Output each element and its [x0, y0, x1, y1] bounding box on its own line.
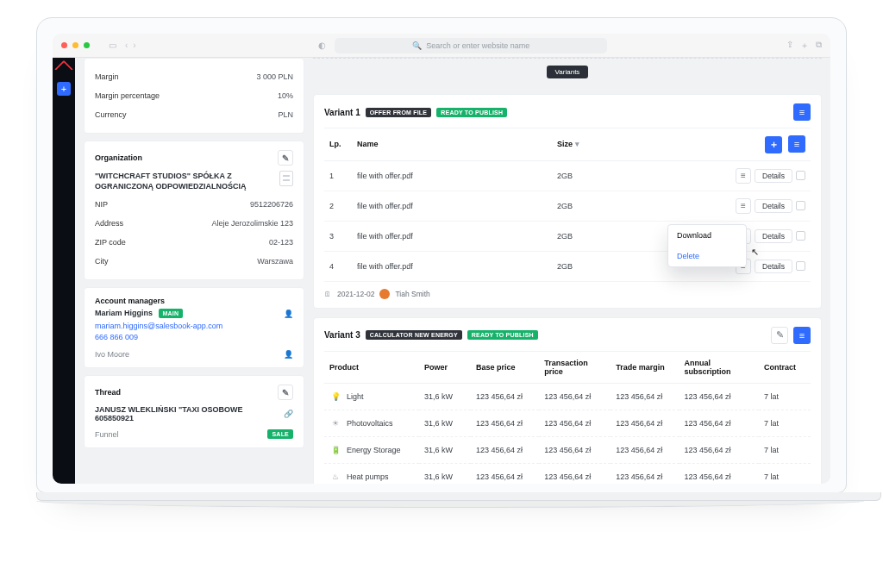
product-row: ☀Photovoltaics31,6 kW123 456,64 zł123 45…	[324, 410, 811, 437]
tabs-icon[interactable]: ⧉	[816, 40, 822, 52]
row-checkbox[interactable]	[796, 231, 805, 241]
sidebar-toggle-icon[interactable]: ▭	[105, 41, 120, 50]
sort-icon: ▾	[575, 140, 579, 148]
product-contract: 7 lat	[759, 464, 811, 485]
currency-value: PLN	[278, 110, 293, 119]
details-button[interactable]: Details	[755, 199, 792, 213]
variant1-menu-button[interactable]: ≡	[793, 103, 811, 121]
col-annual: Annual subscription	[679, 351, 760, 384]
product-name: Energy Storage	[347, 446, 401, 454]
manager-email[interactable]: mariam.higgins@salesbook-app.com	[95, 322, 293, 330]
shield-icon[interactable]: ◐	[315, 41, 329, 50]
file-size: 2GB	[552, 222, 664, 252]
manager-phone[interactable]: 666 866 009	[95, 333, 293, 341]
menu-download[interactable]: Download	[668, 225, 746, 246]
variant1-status-badge: READY TO PUBLISH	[436, 108, 507, 117]
share-icon[interactable]: ⇪	[786, 40, 793, 52]
product-icon: ☀	[329, 417, 341, 429]
zip-label: ZIP code	[95, 238, 126, 247]
sale-badge: SALE	[267, 429, 293, 439]
address-bar[interactable]: 🔍 Search or enter website name	[335, 38, 607, 53]
address-value: Aleje Jerozolimskie 123	[211, 219, 293, 228]
product-trans: 123 456,64 zł	[539, 437, 611, 464]
app-logo-icon[interactable]	[54, 60, 74, 80]
row-checkbox[interactable]	[796, 201, 805, 210]
org-section-title: Organization	[95, 153, 142, 162]
product-annual: 123 456,64 zł	[679, 437, 760, 464]
financials-card: Margin3 000 PLN Margin percentage10% Cur…	[84, 58, 304, 134]
funnel-label: Funnel	[95, 430, 119, 439]
browser-chrome: ▭ ‹ › ◐ 🔍 Search or enter website name ⇪…	[53, 34, 830, 58]
col-name: Name	[352, 128, 552, 161]
details-button[interactable]: Details	[755, 169, 792, 183]
avatar	[379, 289, 390, 299]
row-checkbox[interactable]	[796, 171, 805, 180]
product-power: 31,6 kW	[419, 464, 471, 485]
product-power: 31,6 kW	[419, 384, 471, 410]
product-row: 💡Light31,6 kW123 456,64 zł123 456,64 zł1…	[324, 384, 811, 410]
org-name: "WITCHCRAFT STUDIOS" SPÓŁKA Z OGRANICZON…	[95, 171, 274, 191]
calendar-icon: 🗓	[324, 290, 332, 298]
variant3-panel: Variant 3 CALCULATOR NEW ENERGY READY TO…	[313, 317, 822, 485]
variant3-title: Variant 3	[324, 330, 360, 340]
menu-delete[interactable]: Delete	[668, 246, 746, 266]
nav-add-button[interactable]: +	[57, 82, 71, 96]
variant3-status-badge: READY TO PUBLISH	[467, 330, 538, 340]
address-placeholder: Search or enter website name	[426, 41, 529, 50]
product-contract: 7 lat	[759, 384, 811, 410]
file-row: 2file with offer.pdf2GB≡Details	[324, 191, 811, 222]
nav-back-icon[interactable]: ‹	[125, 41, 128, 50]
details-button[interactable]: Details	[755, 229, 792, 243]
variant3-menu-button[interactable]: ≡	[793, 327, 811, 344]
variant1-panel: Variant 1 OFFER FROM FILE READY TO PUBLI…	[313, 94, 822, 309]
thread-section-title: Thread	[95, 388, 121, 397]
edit-org-button[interactable]: ✎	[278, 150, 293, 166]
new-tab-icon[interactable]: ＋	[800, 40, 809, 52]
window-max-dot[interactable]	[84, 42, 90, 48]
col-size[interactable]: Size ▾	[552, 128, 664, 161]
product-margin: 123 456,64 zł	[611, 437, 679, 464]
file-row: 1file with offer.pdf2GB≡Details	[324, 161, 811, 191]
nip-label: NIP	[95, 200, 108, 209]
product-contract: 7 lat	[759, 437, 811, 464]
zip-value: 02-123	[269, 238, 293, 247]
row-menu-button[interactable]: ≡	[736, 198, 751, 214]
row-menu-button[interactable]: ≡	[736, 168, 751, 184]
variant3-edit-button[interactable]: ✎	[771, 327, 788, 344]
window-min-dot[interactable]	[72, 42, 78, 48]
variants-label: Variants	[547, 66, 589, 78]
product-margin: 123 456,64 zł	[611, 410, 679, 437]
thread-title: JANUSZ WLEKLIŃSKI "TAXI OSOBOWE 60585092…	[95, 405, 277, 422]
product-name: Photovoltaics	[347, 419, 393, 428]
nav-fwd-icon[interactable]: ›	[133, 41, 135, 50]
product-base: 123 456,64 zł	[471, 437, 539, 464]
details-button[interactable]: Details	[755, 260, 792, 273]
product-trans: 123 456,64 zł	[539, 384, 611, 410]
window-close-dot[interactable]	[61, 42, 67, 48]
managers-card: Account managers Mariam Higgins MAIN 👤 m…	[84, 287, 304, 368]
variant1-source-badge: OFFER FROM FILE	[366, 108, 432, 117]
nav-rail: +	[53, 58, 75, 484]
margin-label: Margin	[95, 72, 119, 81]
product-base: 123 456,64 zł	[471, 464, 539, 485]
row-checkbox[interactable]	[796, 261, 805, 271]
file-size: 2GB	[552, 252, 664, 282]
manager-name: Mariam Higgins	[95, 309, 153, 317]
product-power: 31,6 kW	[419, 410, 471, 437]
link-icon[interactable]: 🔗	[284, 410, 293, 418]
product-name: Heat pumps	[347, 472, 389, 481]
main-badge: MAIN	[159, 309, 184, 318]
col-lp: Lp.	[324, 128, 352, 161]
product-icon: 💡	[329, 391, 341, 403]
file-size: 2GB	[552, 161, 664, 191]
edit-thread-button[interactable]: ✎	[278, 385, 293, 400]
organization-card: Organization ✎ "WITCHCRAFT STUDIOS" SPÓŁ…	[84, 141, 304, 280]
variant1-date: 2021-12-02	[337, 290, 374, 298]
products-table: Product Power Base price Transaction pri…	[324, 351, 811, 485]
product-base: 123 456,64 zł	[471, 384, 539, 410]
address-label: Address	[95, 219, 123, 228]
product-row: ♨Heat pumps31,6 kW123 456,64 zł123 456,6…	[324, 464, 811, 485]
row-context-menu: Download Delete	[667, 224, 747, 267]
files-more-button[interactable]: ≡	[788, 135, 805, 153]
add-file-button[interactable]: ＋	[765, 136, 782, 153]
